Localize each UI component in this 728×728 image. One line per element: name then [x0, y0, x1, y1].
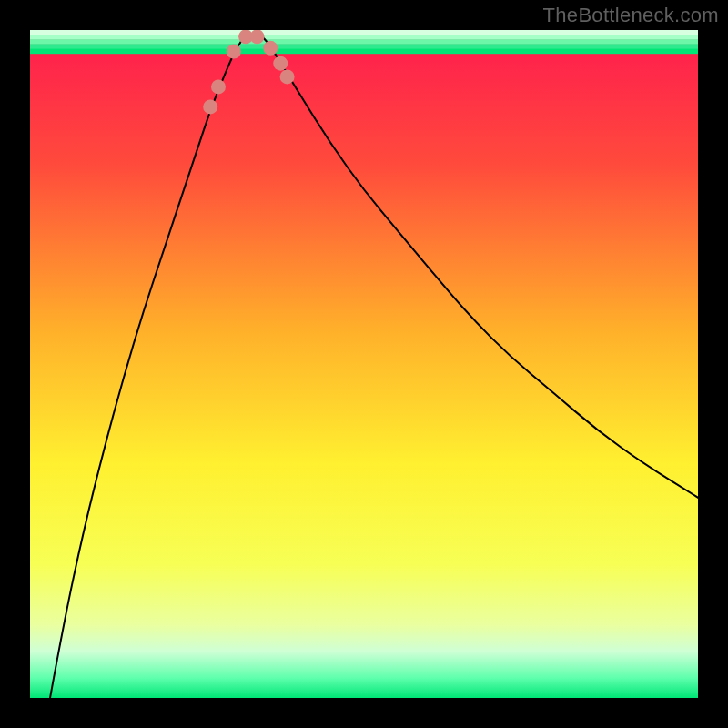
- watermark-text: TheBottleneck.com: [543, 4, 719, 27]
- bottleneck-plot: [0, 0, 728, 728]
- gradient-background: [30, 30, 698, 698]
- curve-marker: [211, 79, 226, 94]
- svg-rect-5: [30, 49, 698, 55]
- green-band: [30, 30, 698, 54]
- curve-marker: [203, 99, 217, 114]
- svg-rect-3: [30, 39, 698, 45]
- curve-marker: [227, 44, 241, 58]
- svg-rect-1: [30, 30, 698, 35]
- svg-rect-4: [30, 44, 698, 49]
- curve-marker: [280, 69, 295, 84]
- curve-marker: [263, 41, 278, 56]
- svg-rect-2: [30, 35, 698, 40]
- curve-marker: [250, 29, 265, 44]
- chart-stage: TheBottleneck.com: [0, 0, 728, 728]
- curve-marker: [273, 56, 288, 71]
